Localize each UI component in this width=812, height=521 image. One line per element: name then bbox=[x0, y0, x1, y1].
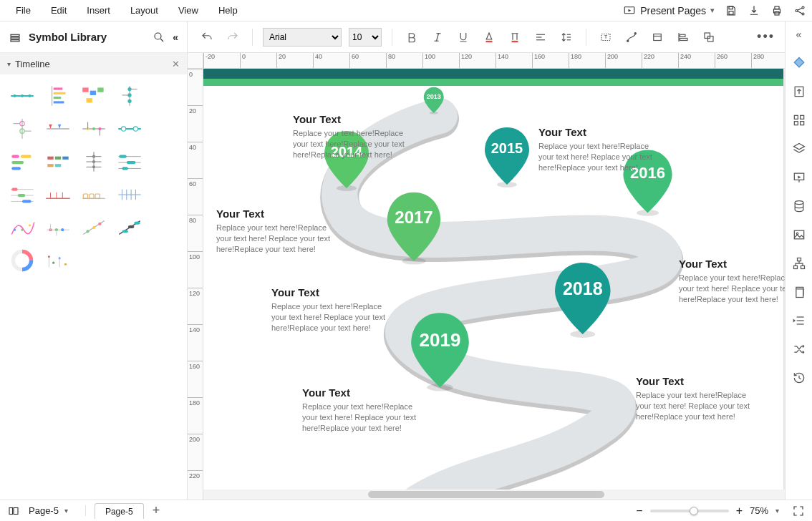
section-timeline-header[interactable]: ▾ Timeline ✕ bbox=[0, 53, 187, 74]
connector-button[interactable] bbox=[622, 28, 641, 47]
shape-thumb[interactable] bbox=[42, 180, 74, 209]
shape-thumb[interactable] bbox=[77, 213, 110, 242]
svg-point-102 bbox=[122, 230, 128, 233]
redo-button[interactable] bbox=[223, 28, 242, 47]
shape-thumb[interactable] bbox=[6, 246, 39, 275]
menu-file[interactable]: File bbox=[6, 2, 41, 19]
print-icon[interactable] bbox=[770, 4, 783, 17]
svg-rect-5 bbox=[775, 11, 779, 15]
shuffle-icon[interactable] bbox=[791, 341, 808, 358]
presentation-icon[interactable] bbox=[791, 169, 808, 186]
shape-thumb[interactable] bbox=[113, 82, 146, 110]
page[interactable]: 2013 2014 2015 2016 2017 2018 2019 Your … bbox=[203, 69, 783, 500]
shape-thumb[interactable] bbox=[113, 180, 146, 209]
menu-help[interactable]: Help bbox=[208, 2, 248, 19]
highlight-button[interactable] bbox=[506, 28, 524, 47]
share-icon[interactable] bbox=[793, 4, 806, 17]
container-button[interactable] bbox=[648, 28, 667, 47]
undo-button[interactable] bbox=[198, 28, 216, 47]
zoom-in-button[interactable]: + bbox=[736, 505, 743, 517]
text-block[interactable]: Your TextReplace your text here!Replace … bbox=[216, 208, 338, 255]
svg-point-29 bbox=[127, 99, 131, 103]
shape-thumb[interactable] bbox=[77, 82, 110, 110]
grid-icon[interactable] bbox=[791, 112, 808, 129]
text-block[interactable]: Your TextReplace your text here!Replace … bbox=[636, 375, 758, 422]
zoom-out-button[interactable]: − bbox=[636, 505, 642, 517]
font-size-select[interactable]: 10 bbox=[349, 28, 382, 47]
fill-tool-icon[interactable] bbox=[791, 54, 808, 72]
text-block[interactable]: Your TextReplace your text here!Replace … bbox=[679, 258, 785, 305]
shape-thumb[interactable] bbox=[6, 180, 39, 209]
bold-button[interactable] bbox=[402, 28, 421, 47]
svg-rect-20 bbox=[54, 97, 62, 99]
timeline-pin-2015[interactable]: 2015 bbox=[482, 125, 532, 191]
collapse-panel-icon[interactable]: « bbox=[173, 31, 178, 43]
text-block[interactable]: Your TextReplace your text here!Replace … bbox=[293, 113, 415, 160]
pages-panel-icon[interactable] bbox=[7, 505, 20, 517]
shape-thumb[interactable] bbox=[42, 213, 74, 242]
save-icon[interactable] bbox=[725, 4, 738, 17]
shape-thumb[interactable] bbox=[6, 82, 39, 110]
shape-thumb[interactable] bbox=[42, 115, 74, 143]
present-pages-button[interactable]: Present Pages ▾ bbox=[623, 4, 715, 17]
data-icon[interactable] bbox=[791, 198, 808, 215]
shape-thumb[interactable] bbox=[113, 213, 146, 242]
horizontal-scrollbar[interactable] bbox=[203, 490, 785, 500]
chevron-down-icon: ▾ bbox=[64, 507, 68, 515]
history-icon[interactable] bbox=[791, 369, 808, 386]
timeline-pin-2013[interactable]: 2013 bbox=[422, 86, 445, 117]
shape-thumb[interactable] bbox=[113, 115, 146, 143]
page-select[interactable]: Page-5 ▾ bbox=[29, 505, 86, 516]
shape-thumb[interactable] bbox=[77, 115, 110, 143]
close-section-icon[interactable]: ✕ bbox=[172, 59, 180, 69]
timeline-pin-2018[interactable]: 2018 bbox=[551, 259, 614, 342]
text-box-button[interactable]: T bbox=[596, 28, 615, 47]
fullscreen-icon[interactable] bbox=[792, 505, 805, 517]
line-spacing-button[interactable] bbox=[557, 28, 576, 47]
page-tab[interactable]: Page-5 bbox=[95, 503, 144, 519]
expand-panel-icon[interactable]: « bbox=[791, 26, 808, 43]
text-block[interactable]: Your TextReplace your text here!Replace … bbox=[538, 126, 660, 173]
align-objects-button[interactable] bbox=[674, 28, 692, 47]
font-color-button[interactable] bbox=[480, 28, 498, 47]
ruler-tick: 180 bbox=[188, 397, 203, 406]
image-icon[interactable] bbox=[791, 226, 808, 243]
group-button[interactable] bbox=[700, 28, 718, 47]
shape-thumb[interactable] bbox=[42, 246, 74, 275]
timeline-pin-2017[interactable]: 2017 bbox=[384, 189, 444, 268]
align-button[interactable] bbox=[531, 28, 550, 47]
shape-thumb[interactable] bbox=[42, 147, 74, 176]
menu-bar: File Edit Insert Layout View Help Presen… bbox=[0, 0, 812, 21]
shape-thumb[interactable] bbox=[6, 213, 39, 242]
shape-thumb[interactable] bbox=[113, 147, 146, 176]
shape-thumb[interactable] bbox=[77, 147, 110, 176]
zoom-slider[interactable] bbox=[650, 510, 729, 512]
underline-button[interactable] bbox=[454, 28, 473, 47]
export-icon[interactable] bbox=[791, 83, 808, 100]
italic-button[interactable] bbox=[428, 28, 447, 47]
ruler-tick: 200 bbox=[188, 434, 203, 443]
menu-insert[interactable]: Insert bbox=[77, 2, 120, 19]
more-tools-button[interactable]: ••• bbox=[757, 29, 775, 44]
search-icon[interactable] bbox=[153, 31, 165, 44]
menu-view[interactable]: View bbox=[168, 2, 208, 19]
menu-layout[interactable]: Layout bbox=[120, 2, 168, 19]
svg-rect-47 bbox=[11, 155, 19, 158]
shape-thumb[interactable] bbox=[42, 82, 74, 110]
download-icon[interactable] bbox=[748, 4, 760, 17]
indent-icon[interactable] bbox=[791, 312, 808, 329]
menu-edit[interactable]: Edit bbox=[41, 2, 77, 19]
canvas-scroll[interactable]: 2013 2014 2015 2016 2017 2018 2019 Your … bbox=[203, 69, 785, 500]
font-select[interactable]: Arial bbox=[263, 28, 342, 47]
add-page-button[interactable]: + bbox=[153, 503, 160, 518]
chevron-down-icon[interactable]: ▾ bbox=[775, 507, 779, 515]
sitemap-icon[interactable] bbox=[791, 255, 808, 272]
layers-icon[interactable] bbox=[791, 140, 808, 157]
timeline-pin-2019[interactable]: 2019 bbox=[407, 309, 473, 395]
text-block[interactable]: Your TextReplace your text here!Replace … bbox=[302, 386, 424, 434]
shape-thumb[interactable] bbox=[6, 147, 39, 176]
text-block[interactable]: Your TextReplace your text here!Replace … bbox=[271, 286, 393, 333]
duplicate-icon[interactable] bbox=[791, 283, 808, 301]
shape-thumb[interactable] bbox=[77, 180, 110, 209]
shape-thumb[interactable] bbox=[6, 115, 39, 143]
